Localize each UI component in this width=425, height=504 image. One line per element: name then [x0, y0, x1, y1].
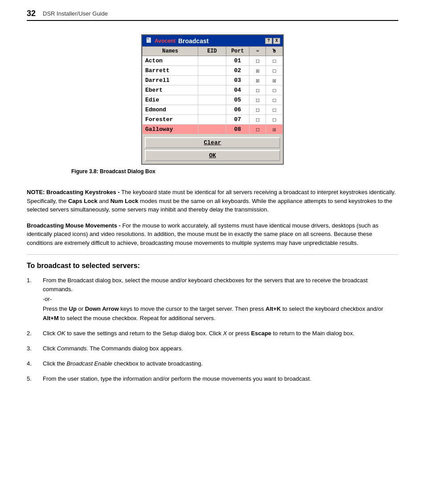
step-2-text: Click OK to save the settings and return… — [43, 330, 355, 337]
table-row: Darrell03☒☒ — [143, 76, 283, 85]
page-number: 32 — [27, 9, 36, 18]
table-row: Edie05☐☐ — [143, 95, 283, 105]
step-1: 1. From the Broadcast dialog box, select… — [27, 276, 398, 323]
dialog-title: Broadcast — [178, 37, 208, 45]
step-2-num: 2. — [27, 329, 36, 338]
cell-name: Forester — [143, 115, 198, 125]
step-3-num: 3. — [27, 344, 36, 353]
ok-button[interactable]: OK — [145, 150, 280, 161]
cell-eid — [198, 125, 226, 134]
broadcast-dialog: 🖥 Avocent Broadcast ? X Names EID Port ⌨ — [141, 34, 284, 165]
note-broadcasting-keystrokes: NOTE: Broadcasting Keystrokes - The keyb… — [27, 188, 398, 214]
col-header-names: Names — [143, 47, 198, 56]
cell-keyboard-checkbox[interactable]: ☐ — [249, 56, 266, 66]
step-4-content: Click the Broadcast Enable checkbox to a… — [43, 359, 398, 368]
cell-eid — [198, 66, 226, 76]
cell-mouse-checkbox[interactable]: ☐ — [266, 105, 283, 115]
cell-name: Barrett — [143, 66, 198, 76]
section-heading: To broadcast to selected servers: — [27, 262, 398, 270]
cell-mouse-checkbox[interactable]: ☒ — [266, 125, 283, 134]
cell-mouse-checkbox[interactable]: ☐ — [266, 66, 283, 76]
cell-mouse-checkbox[interactable]: ☐ — [266, 95, 283, 105]
dialog-container: 🖥 Avocent Broadcast ? X Names EID Port ⌨ — [27, 34, 398, 183]
section-divider — [27, 254, 398, 255]
cell-port: 02 — [226, 66, 249, 76]
step-5-content: From the user station, type the informat… — [43, 374, 398, 383]
page-subtitle: DSR Installer/User Guide — [43, 10, 108, 17]
cell-port: 03 — [226, 76, 249, 85]
col-header-eid: EID — [198, 47, 226, 56]
cell-eid — [198, 115, 226, 125]
titlebar-left: 🖥 Avocent Broadcast — [145, 37, 208, 45]
cell-name: Edie — [143, 95, 198, 105]
note1-num-lock: Num Lock — [110, 198, 139, 204]
table-row: Galloway08☐☒ — [143, 125, 283, 134]
step-4-text: Click the Broadcast Enable checkbox to a… — [43, 360, 203, 367]
note1-caps-lock: Caps Lock — [68, 198, 98, 204]
note1-text2: and — [98, 198, 110, 204]
table-row: Acton01☐☐ — [143, 56, 283, 66]
step-2: 2. Click OK to save the settings and ret… — [27, 329, 398, 338]
cell-mouse-checkbox[interactable]: ☐ — [266, 85, 283, 95]
cell-eid — [198, 85, 226, 95]
note2-label: Broadcasting Mouse Movements - — [27, 222, 121, 229]
broadcast-table: Names EID Port ⌨ 🖱 Acton01☐☐Barrett02☒☐D… — [142, 46, 283, 134]
step-3: 3. Click Commands. The Commands dialog b… — [27, 344, 398, 353]
cell-keyboard-checkbox[interactable]: ☐ — [249, 125, 266, 134]
close-button[interactable]: X — [273, 38, 280, 44]
dialog-titlebar: 🖥 Avocent Broadcast ? X — [142, 35, 283, 46]
table-row: Ebert04☐☐ — [143, 85, 283, 95]
note-broadcasting-mouse: Broadcasting Mouse Movements - For the m… — [27, 221, 398, 248]
step-3-content: Click Commands. The Commands dialog box … — [43, 344, 398, 353]
cell-eid — [198, 56, 226, 66]
cell-name: Galloway — [143, 125, 198, 134]
table-row: Barrett02☒☐ — [143, 66, 283, 76]
cell-port: 06 — [226, 105, 249, 115]
col-header-mouse: 🖱 — [266, 47, 283, 56]
cell-port: 07 — [226, 115, 249, 125]
cell-name: Darrell — [143, 76, 198, 85]
step-2-content: Click OK to save the settings and return… — [43, 329, 398, 338]
steps-list: 1. From the Broadcast dialog box, select… — [27, 276, 398, 383]
figure-caption: Figure 3.8: Broadcast Dialog Box — [27, 168, 155, 175]
step-4-num: 4. — [27, 359, 36, 368]
cell-eid — [198, 76, 226, 85]
cell-port: 08 — [226, 125, 249, 134]
cell-keyboard-checkbox[interactable]: ☒ — [249, 66, 266, 76]
cell-mouse-checkbox[interactable]: ☐ — [266, 115, 283, 125]
step-5-num: 5. — [27, 374, 36, 383]
cell-mouse-checkbox[interactable]: ☐ — [266, 56, 283, 66]
step-4: 4. Click the Broadcast Enable checkbox t… — [27, 359, 398, 368]
avocent-logo: Avocent — [155, 38, 176, 44]
page-header: 32 DSR Installer/User Guide — [27, 9, 398, 21]
cell-name: Acton — [143, 56, 198, 66]
step-5-text: From the user station, type the informat… — [43, 375, 311, 382]
step-1-text1: From the Broadcast dialog box, select th… — [43, 277, 368, 293]
dialog-buttons: Clear OK — [142, 134, 283, 164]
cell-eid — [198, 105, 226, 115]
cell-keyboard-checkbox[interactable]: ☒ — [249, 76, 266, 85]
cell-port: 04 — [226, 85, 249, 95]
table-row: Edmond06☐☐ — [143, 105, 283, 115]
cell-port: 01 — [226, 56, 249, 66]
cell-keyboard-checkbox[interactable]: ☐ — [249, 105, 266, 115]
note1-label: NOTE: Broadcasting Keystrokes - — [27, 189, 120, 195]
clear-button[interactable]: Clear — [145, 137, 280, 148]
help-button[interactable]: ? — [265, 38, 272, 44]
col-header-port: Port — [226, 47, 249, 56]
cell-eid — [198, 95, 226, 105]
step-1-or: -or- — [43, 295, 398, 304]
cell-keyboard-checkbox[interactable]: ☐ — [249, 85, 266, 95]
col-header-keyboard: ⌨ — [249, 47, 266, 56]
cell-port: 05 — [226, 95, 249, 105]
step-3-text: Click Commands. The Commands dialog box … — [43, 345, 183, 352]
step-1-content: From the Broadcast dialog box, select th… — [43, 276, 398, 323]
cell-name: Ebert — [143, 85, 198, 95]
cell-name: Edmond — [143, 105, 198, 115]
cell-keyboard-checkbox[interactable]: ☐ — [249, 115, 266, 125]
step-1-text2: Press the Up or Down Arrow keys to move … — [43, 305, 383, 321]
table-row: Forester07☐☐ — [143, 115, 283, 125]
step-1-num: 1. — [27, 276, 36, 323]
cell-keyboard-checkbox[interactable]: ☐ — [249, 95, 266, 105]
cell-mouse-checkbox[interactable]: ☒ — [266, 76, 283, 85]
